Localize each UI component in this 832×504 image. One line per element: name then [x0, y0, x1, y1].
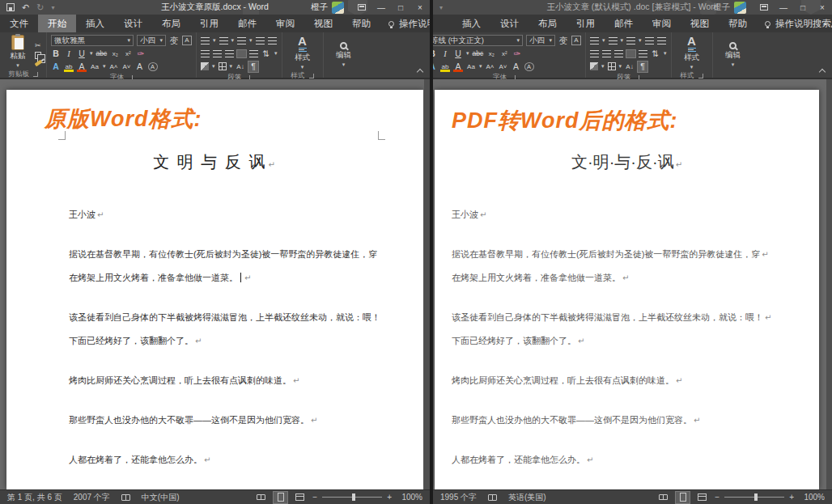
superscript-button[interactable]: x² [499, 49, 509, 59]
strikethrough-button[interactable]: abc [473, 49, 484, 59]
editing-button[interactable]: 编辑 ▾ [717, 35, 749, 75]
vertical-scrollbar[interactable] [424, 79, 430, 489]
language-indicator[interactable]: 中文(中国) [142, 492, 180, 503]
bold-button[interactable]: B [433, 49, 437, 59]
editing-button[interactable]: 编辑 ▾ [328, 35, 360, 75]
document-page[interactable]: PDF转Word后的格式: 文·明·与·反·讽↵ 王小波↵据说在基督教早期，有位… [435, 90, 819, 489]
font-size-combo[interactable]: 小四▾ [526, 35, 555, 46]
avatar[interactable] [734, 2, 746, 14]
zoom-in-button[interactable]: + [789, 493, 794, 502]
proofing-book-icon[interactable] [488, 494, 497, 501]
increase-indent-button[interactable] [268, 37, 277, 44]
text-effects-button[interactable]: A [433, 61, 437, 72]
increase-indent-button[interactable] [657, 37, 666, 44]
zoom-out-button[interactable]: − [715, 493, 720, 502]
paragraph[interactable]: 烤肉比厨师还关心烹调过程，听上去很有点讽刺的味道。↵ [452, 369, 771, 392]
phonetic-guide-button[interactable]: 变 [169, 36, 179, 46]
format-brush-icon[interactable]: ✑ [136, 49, 146, 59]
read-mode-button[interactable] [656, 492, 670, 503]
tab-插入[interactable]: 插入 [452, 15, 490, 32]
document-body[interactable]: 王小波↵据说在基督教早期，有位传教士(死后被封为圣徒)被一帮野蛮的异教徒逮住，穿… [452, 203, 771, 488]
minimize-button[interactable]: — [774, 0, 793, 15]
zoom-in-button[interactable]: + [387, 493, 392, 502]
grow-font-button[interactable]: A˄ [109, 61, 119, 72]
underline-button[interactable]: U [453, 49, 463, 59]
text-line[interactable]: 在烤架上用文火烤着，准备拿他做一道菜。↵ [452, 266, 771, 290]
paragraph[interactable]: 王小波↵ [452, 203, 771, 227]
vertical-scrollbar[interactable] [826, 79, 832, 489]
shading-button[interactable] [590, 62, 598, 70]
font-color-button[interactable]: A [77, 61, 87, 72]
bullet-list-button[interactable] [201, 37, 210, 44]
bullet-list-button[interactable] [590, 37, 599, 44]
sort-button[interactable]: A↓ [625, 61, 635, 72]
text-line[interactable]: 下面已经烤好了，该翻翻个了。↵ [452, 329, 771, 353]
customize-qat-icon[interactable]: ▾ [439, 4, 443, 11]
paragraph[interactable]: 该圣徒看到自己身体的下半截被烤得滋滋冒泡，上半截还纹丝未动，就说：喂！↵下面已经… [452, 306, 771, 353]
align-center-button[interactable] [602, 50, 611, 57]
language-indicator[interactable]: 英语(美国) [508, 492, 546, 503]
align-left-button[interactable] [590, 50, 599, 57]
ribbon-display-options-button[interactable] [352, 0, 371, 15]
enclose-character-button[interactable]: A [524, 62, 534, 71]
shrink-font-button[interactable]: A˅ [122, 61, 132, 72]
word-count[interactable]: 1995 个字 [440, 492, 477, 503]
tab-帮助[interactable]: 帮助 [342, 15, 380, 32]
line-spacing-button[interactable]: ⇅ [651, 49, 660, 59]
italic-button[interactable]: I [440, 49, 450, 59]
zoom-out-button[interactable]: − [312, 493, 317, 502]
tab-审阅[interactable]: 审阅 [266, 15, 304, 32]
maximize-button[interactable]: □ [391, 0, 410, 15]
font-name-combo[interactable]: 微软雅黑▾ [51, 35, 134, 46]
web-layout-button[interactable] [293, 492, 307, 503]
copy-button[interactable] [35, 52, 41, 59]
paragraph[interactable]: 人都在烤着了，还能拿他怎么办。↵ [69, 448, 380, 472]
decrease-indent-button[interactable] [645, 37, 654, 44]
zoom-slider[interactable] [322, 497, 382, 498]
borders-button[interactable] [219, 62, 227, 70]
paragraph[interactable]: 那些野蛮人也没办他的大不敬罪——这倒不是因为他们宽容。↵ [452, 409, 771, 432]
document-title[interactable]: 文·明·与·反·讽↵ [435, 151, 819, 173]
paragraph[interactable]: 据说在基督教早期，有位传教士(死后被封为圣徒)被一帮野蛮的异教徒逮住，穿在烤架上… [69, 243, 380, 290]
dialog-launcher-icon[interactable] [309, 74, 314, 78]
character-border-button[interactable]: A [571, 36, 581, 45]
text-line[interactable]: 王小波↵ [69, 203, 380, 227]
text-line[interactable]: 人都在烤着了，还能拿他怎么办。↵ [69, 448, 380, 472]
text-line[interactable]: 烤肉比厨师还关心烹调过程，听上去很有点讽刺的味道。↵ [69, 369, 380, 392]
character-shading-button[interactable]: A [512, 61, 521, 72]
dialog-launcher-icon[interactable] [33, 72, 38, 77]
save-icon[interactable] [6, 3, 15, 11]
paragraph[interactable]: 人都在烤着了，还能拿他怎么办。↵ [452, 448, 771, 472]
dialog-launcher-icon[interactable] [698, 74, 703, 78]
text-line[interactable]: 该圣徒看到自己身体的下半截被烤得滋滋冒泡，上半截还纹丝未动，就说：喂！↵ [452, 306, 771, 329]
show-formatting-marks-button[interactable]: ¶ [248, 61, 258, 72]
font-size-combo[interactable]: 小四▾ [137, 35, 166, 46]
bold-button[interactable]: B [51, 49, 61, 59]
zoom-slider[interactable] [724, 497, 784, 498]
text-line[interactable]: 那些野蛮人也没办他的大不敬罪——这倒不是因为他们宽容。↵ [452, 409, 771, 432]
paragraph[interactable]: 据说在基督教早期，有位传教士(死后被封为圣徒)被一帮野蛮的异教徒逮住，穿↵在烤架… [452, 243, 771, 290]
text-line[interactable]: 那些野蛮人也没办他的大不敬罪——这倒不是因为他们宽容。↵ [69, 409, 380, 432]
title-bar[interactable]: ↶ ↻ ▾ 王小波文章原版.docx - Word 橙子 — □ × [0, 0, 430, 15]
multilevel-list-button[interactable] [237, 37, 246, 44]
text-highlight-button[interactable]: ab [64, 61, 74, 72]
distribute-button[interactable] [639, 50, 647, 57]
show-formatting-marks-button[interactable]: ¶ [638, 61, 647, 72]
styles-button[interactable]: A 样式 ▾ [676, 35, 708, 70]
align-right-button[interactable] [225, 50, 234, 57]
text-line[interactable]: 在烤架上用文火烤着，准备拿他做一道菜。↵ [69, 266, 380, 290]
collapse-ribbon-icon[interactable] [417, 69, 423, 75]
print-layout-button[interactable] [274, 492, 287, 503]
tab-开始[interactable]: 开始 [38, 15, 76, 32]
character-shading-button[interactable]: A [135, 61, 145, 72]
zoom-percent[interactable]: 100% [397, 493, 422, 502]
document-body[interactable]: 王小波↵据说在基督教早期，有位传教士(死后被封为圣徒)被一帮野蛮的异教徒逮住，穿… [69, 203, 380, 488]
borders-button[interactable] [608, 62, 616, 70]
superscript-button[interactable]: x² [123, 49, 133, 59]
grow-font-button[interactable]: A˄ [486, 61, 495, 72]
tab-帮助[interactable]: 帮助 [719, 15, 757, 32]
avatar[interactable] [332, 2, 344, 14]
redo-icon[interactable]: ↻ [36, 2, 44, 13]
change-case-button[interactable]: Aa [466, 61, 476, 72]
tell-me-search[interactable]: 操作说明搜索 [765, 15, 831, 32]
